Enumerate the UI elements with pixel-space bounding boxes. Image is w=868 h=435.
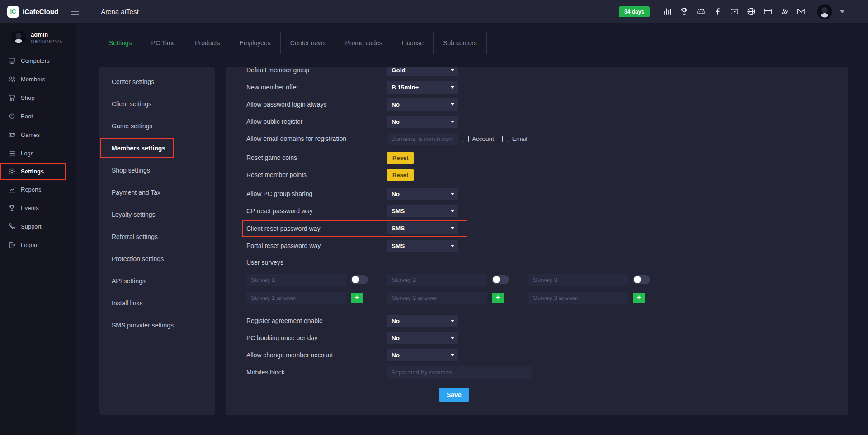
default-member-group-select[interactable]: Gold xyxy=(387,67,458,76)
survey-1-add-button[interactable]: + xyxy=(351,293,363,303)
cp-reset-password-way-select[interactable]: SMS xyxy=(387,205,458,217)
sidebar-avatar[interactable] xyxy=(11,30,26,45)
tab-sub-centers[interactable]: Sub centers xyxy=(434,32,487,54)
menu-item-referral-settings[interactable]: Referral settings xyxy=(99,225,215,248)
menu-item-install-links[interactable]: Install links xyxy=(99,292,215,314)
globe-icon[interactable] xyxy=(746,7,755,16)
save-button[interactable]: Save xyxy=(439,388,469,402)
sidebar-item-computers[interactable]: Computers xyxy=(0,51,76,70)
select-value: Gold xyxy=(392,67,406,74)
tabs: Settings PC Time Products Employees Cent… xyxy=(99,32,848,54)
analytics-icon[interactable] xyxy=(663,7,672,16)
youtube-icon[interactable] xyxy=(730,7,739,16)
sidebar-item-support[interactable]: Support xyxy=(0,217,76,236)
chevron-down-icon xyxy=(451,193,454,195)
sidebar-item-events[interactable]: Events xyxy=(0,199,76,217)
facebook-icon[interactable] xyxy=(713,7,722,16)
tab-employees[interactable]: Employees xyxy=(230,32,281,54)
tab-pc-time[interactable]: PC Time xyxy=(142,32,186,54)
field-label: Client reset password way xyxy=(246,225,387,232)
select-value: B 15min+ xyxy=(392,84,419,91)
mail-icon[interactable] xyxy=(797,7,806,16)
new-member-offer-select[interactable]: B 15min+ xyxy=(387,81,458,94)
field-label: Register agreement enable xyxy=(246,317,387,324)
chevron-down-icon[interactable] xyxy=(840,10,844,13)
menu-item-game-settings[interactable]: Game settings xyxy=(99,115,215,137)
survey-2-add-button[interactable]: + xyxy=(492,293,504,303)
pc-booking-select[interactable]: No xyxy=(387,332,458,344)
sidebar-item-logs[interactable]: Logs xyxy=(0,144,76,163)
menu-item-protection-settings[interactable]: Protection settings xyxy=(99,248,215,270)
survey-3-toggle[interactable] xyxy=(633,275,650,284)
field-label: New member offer xyxy=(246,84,387,91)
tab-center-news[interactable]: Center news xyxy=(281,32,336,54)
account-checkbox[interactable]: Account xyxy=(462,136,494,142)
field-label: Default member group xyxy=(246,67,387,74)
field-label: CP reset password way xyxy=(246,207,387,215)
discord-icon[interactable] xyxy=(696,7,705,16)
tab-products[interactable]: Products xyxy=(185,32,230,54)
sidebar-item-boot[interactable]: Boot xyxy=(0,107,76,126)
license-days-badge[interactable]: 34 days xyxy=(619,6,650,17)
allow-change-member-account-select[interactable]: No xyxy=(387,349,458,361)
sidebar-item-settings[interactable]: Settings xyxy=(0,163,66,180)
email-checkbox[interactable]: Email xyxy=(502,136,528,142)
select-value: No xyxy=(392,335,400,341)
client-reset-password-way-select[interactable]: SMS xyxy=(387,222,458,234)
sidebar-item-shop[interactable]: Shop xyxy=(0,89,76,107)
survey-1-answer-input[interactable] xyxy=(246,292,346,304)
allow-password-login-select[interactable]: No xyxy=(387,98,458,111)
reset-member-points-button[interactable]: Reset xyxy=(387,169,414,181)
menu-item-loyalty-settings[interactable]: Loyalty settings xyxy=(99,203,215,225)
survey-2-input[interactable] xyxy=(387,274,487,286)
tab-settings[interactable]: Settings xyxy=(99,32,142,54)
topbar-right: 34 days xyxy=(619,4,868,19)
sidebar-item-games[interactable]: Games xyxy=(0,126,76,144)
menu-item-sms-provider-settings[interactable]: SMS provider settings xyxy=(99,314,215,336)
monitor-icon xyxy=(8,57,16,65)
user-avatar[interactable] xyxy=(817,4,832,19)
survey-2-toggle[interactable] xyxy=(492,275,509,284)
card-icon[interactable] xyxy=(763,7,772,16)
sidebar-item-members[interactable]: Members xyxy=(0,70,76,89)
survey-3-answer-input[interactable] xyxy=(528,292,628,304)
survey-2-answer-input[interactable] xyxy=(387,292,487,304)
field-label: Allow PC group sharing xyxy=(246,190,387,197)
menu-item-center-settings[interactable]: Center settings xyxy=(99,70,215,93)
tab-promo-codes[interactable]: Promo codes xyxy=(335,32,392,54)
form-row-save: Save xyxy=(246,386,835,403)
field-label: Reset member points xyxy=(246,171,387,178)
menu-item-members-settings[interactable]: Members settings xyxy=(99,137,215,159)
select-value: No xyxy=(392,191,400,197)
survey-answers-row: + + + xyxy=(246,289,835,307)
menu-item-payment-and-tax[interactable]: Payment and Tax xyxy=(99,181,215,203)
survey-1-toggle[interactable] xyxy=(351,275,368,284)
register-agreement-select[interactable]: No xyxy=(387,315,458,327)
form-row-register-agreement: Register agreement enable No xyxy=(246,312,835,329)
stream-icon[interactable] xyxy=(780,7,789,16)
hamburger-menu-icon[interactable] xyxy=(71,7,80,16)
mobiles-block-input[interactable] xyxy=(387,366,532,379)
survey-3-add-button[interactable]: + xyxy=(633,293,645,303)
tab-license[interactable]: License xyxy=(392,32,434,54)
cart-icon xyxy=(8,94,16,102)
menu-item-shop-settings[interactable]: Shop settings xyxy=(99,159,215,181)
survey-3-input[interactable] xyxy=(528,274,628,286)
sidebar-item-logout[interactable]: Logout xyxy=(0,236,76,254)
form-row-pc-booking: PC booking once per day No xyxy=(246,329,835,346)
menu-item-client-settings[interactable]: Client settings xyxy=(99,93,215,115)
email-domains-input[interactable] xyxy=(387,133,458,145)
allow-public-register-select[interactable]: No xyxy=(387,116,458,128)
reset-game-coins-button[interactable]: Reset xyxy=(387,152,414,164)
trophy-icon[interactable] xyxy=(679,7,689,16)
survey-1-input[interactable] xyxy=(246,274,346,286)
allow-pc-group-sharing-select[interactable]: No xyxy=(387,188,458,200)
members-settings-form: Default member group Gold New member off… xyxy=(226,67,848,415)
select-value: SMS xyxy=(392,208,405,215)
portal-reset-password-way-select[interactable]: SMS xyxy=(387,240,458,252)
app-logo[interactable]: iC iCafeCloud xyxy=(0,6,63,18)
checkbox-box xyxy=(502,136,509,142)
sidebar-item-reports[interactable]: Reports xyxy=(0,180,76,199)
sidebar-item-label: Computers xyxy=(21,57,50,64)
menu-item-api-settings[interactable]: API settings xyxy=(99,270,215,292)
